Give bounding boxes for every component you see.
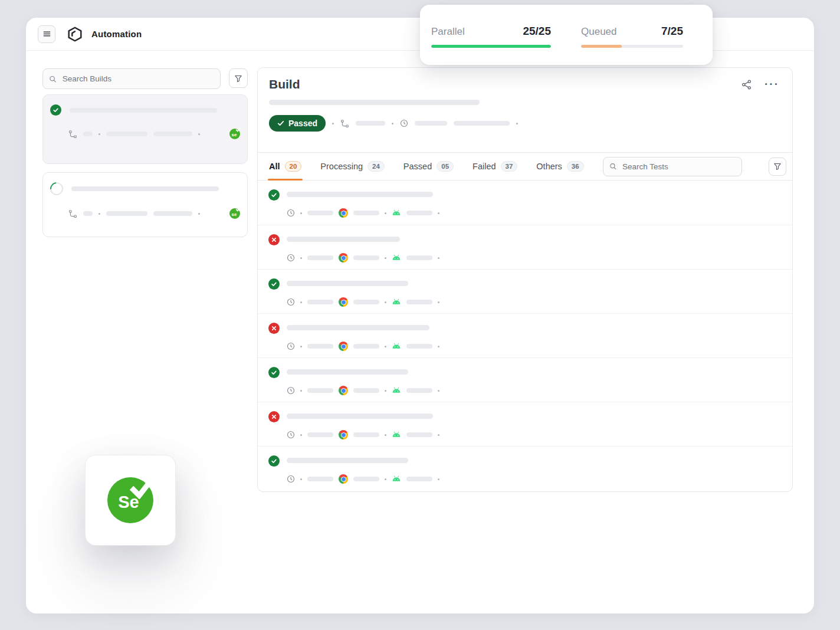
dot-separator <box>385 212 386 214</box>
test-row[interactable] <box>258 225 792 269</box>
skeleton-meta <box>153 211 192 216</box>
dot-separator <box>300 434 302 436</box>
dot-separator <box>300 346 302 347</box>
queued-stat: Queued 7/25 <box>581 25 683 65</box>
skeleton-meta <box>406 388 432 393</box>
hamburger-icon <box>42 29 51 38</box>
test-status-icon <box>268 411 280 422</box>
tab-count-badge: 20 <box>285 161 302 172</box>
x-icon <box>271 414 277 419</box>
skeleton-meta <box>307 477 333 481</box>
dot-separator <box>438 301 439 303</box>
selenium-check-icon <box>127 473 157 499</box>
clock-icon <box>287 298 295 306</box>
app-title: Automation <box>91 29 142 39</box>
dot-separator <box>385 301 386 303</box>
chrome-icon <box>339 386 348 395</box>
tab-count-badge: 24 <box>368 161 385 172</box>
dot-separator <box>385 434 386 436</box>
dot-separator <box>300 301 302 303</box>
android-icon <box>392 475 401 483</box>
test-meta-row <box>287 253 439 262</box>
chrome-icon <box>339 208 348 218</box>
dot-separator <box>438 212 439 214</box>
build-card-passed[interactable]: se <box>42 94 248 164</box>
builds-toolbar <box>42 68 248 89</box>
search-tests-input[interactable] <box>621 162 736 172</box>
selenium-badge-icon: se <box>229 129 240 139</box>
dot-separator <box>385 390 386 392</box>
skeleton-meta <box>307 344 333 349</box>
tab-failed[interactable]: Failed 37 <box>472 153 517 180</box>
skeleton-meta <box>106 211 147 216</box>
search-builds-input[interactable] <box>61 74 214 84</box>
selenium-logo-icon: Se <box>107 477 153 523</box>
skeleton-meta <box>356 121 385 126</box>
search-icon <box>49 75 57 83</box>
skeleton-meta <box>307 211 333 215</box>
test-meta-row <box>287 208 439 218</box>
lambdatest-logo <box>66 25 84 43</box>
skeleton-meta <box>153 132 192 136</box>
test-row[interactable] <box>258 446 792 490</box>
queued-progress-fill <box>581 45 622 48</box>
test-row[interactable] <box>258 313 792 357</box>
selenium-logo-card: Se <box>85 455 176 546</box>
dot-separator <box>438 434 439 436</box>
skeleton-meta <box>406 300 432 304</box>
menu-button[interactable] <box>38 25 55 43</box>
selenium-badge-icon: se <box>229 208 240 219</box>
filter-icon <box>773 162 782 170</box>
test-row[interactable] <box>258 357 792 402</box>
skeleton-meta <box>353 432 379 437</box>
selenium-badge-label: se <box>232 132 237 137</box>
test-meta-row <box>287 297 439 307</box>
tab-label: All <box>269 162 280 171</box>
status-badge-label: Passed <box>288 119 317 128</box>
filter-builds-button[interactable] <box>229 68 248 88</box>
tab-count-badge: 05 <box>437 161 454 172</box>
concurrency-stats-card: Parallel 25/25 Queued 7/25 <box>420 5 713 65</box>
dot-separator <box>516 123 518 124</box>
clock-icon <box>287 386 295 395</box>
dot-separator <box>332 123 334 124</box>
build-search-box <box>42 68 221 89</box>
test-row-body <box>287 455 439 490</box>
tab-label: Failed <box>472 162 496 171</box>
android-icon <box>392 209 401 217</box>
skeleton-test-title <box>287 237 400 242</box>
test-tabs-row: All 20 Processing 24 Passed 05 Failed 37… <box>258 152 792 181</box>
build-detail-panel: Build ··· Passed <box>257 67 793 492</box>
filter-tests-button[interactable] <box>769 158 786 176</box>
chrome-icon <box>339 430 348 439</box>
skeleton-meta <box>406 255 432 260</box>
builds-sidebar: se se <box>42 68 248 237</box>
ellipsis-icon: ··· <box>764 81 779 87</box>
tab-others[interactable]: Others 36 <box>536 153 583 180</box>
test-row[interactable] <box>258 402 792 446</box>
tab-passed[interactable]: Passed 05 <box>403 153 454 180</box>
tab-processing[interactable]: Processing 24 <box>320 153 385 180</box>
loading-spinner-icon <box>48 180 66 198</box>
more-options-button[interactable]: ··· <box>763 80 780 88</box>
parallel-stat: Parallel 25/25 <box>431 25 551 65</box>
queued-value: 7/25 <box>661 25 683 38</box>
test-row-body <box>287 278 439 313</box>
check-icon <box>277 120 284 127</box>
skeleton-meta <box>83 132 93 136</box>
parallel-value: 25/25 <box>523 25 551 38</box>
test-status-icon <box>268 455 280 467</box>
share-button[interactable] <box>740 78 753 91</box>
test-row[interactable] <box>258 181 792 225</box>
x-icon <box>271 237 277 242</box>
android-icon <box>392 343 401 350</box>
selenium-badge-label: se <box>232 212 237 217</box>
chrome-icon <box>339 253 348 262</box>
skeleton-build-subtitle <box>269 100 480 105</box>
tab-all[interactable]: All 20 <box>269 153 301 180</box>
android-icon <box>392 387 401 395</box>
test-row[interactable] <box>258 269 792 313</box>
check-icon <box>271 192 277 198</box>
build-card-running[interactable]: se <box>42 172 248 237</box>
check-icon <box>271 369 277 376</box>
